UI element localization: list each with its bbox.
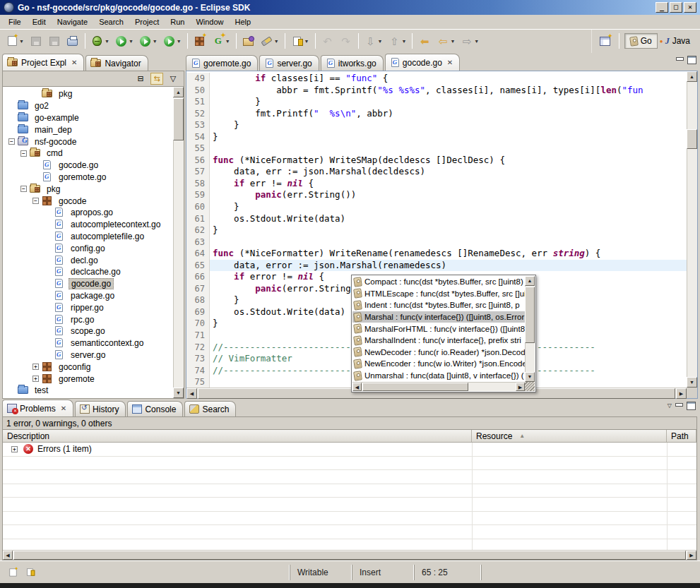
close-tab-icon[interactable]: ✕ <box>447 59 453 66</box>
minimize-view-icon[interactable] <box>675 56 684 64</box>
completion-item[interactable]: HTMLEscape : func(dst *bytes.Buffer, src… <box>352 288 525 300</box>
external-tools-button[interactable]: ▼ <box>161 32 184 49</box>
dropdown-arrow-icon[interactable]: ▼ <box>378 39 383 44</box>
print-button[interactable] <box>64 32 81 49</box>
scroll-thumb[interactable] <box>525 287 535 343</box>
popup-horizontal-scrollbar[interactable]: ◀ ▶ <box>352 382 525 391</box>
perspective-go[interactable]: Go <box>624 33 658 49</box>
next-annotation-button[interactable]: ⇩▼ <box>362 32 385 49</box>
maximize-view-icon[interactable] <box>687 402 696 409</box>
collapse-box-icon[interactable]: − <box>8 138 15 145</box>
maximize-view-icon[interactable] <box>687 56 696 64</box>
back-button[interactable]: ⇦▼ <box>434 32 457 49</box>
tree-item-go2[interactable]: go2 <box>3 100 173 112</box>
code-line-54[interactable]: 54} <box>186 131 687 143</box>
scroll-thumb[interactable] <box>687 129 697 149</box>
completion-item[interactable]: Unmarshal : func(data []uint8, v interfa… <box>352 370 525 382</box>
new-go-package-button[interactable] <box>191 32 208 49</box>
tree-item-gocode-go[interactable]: gocode.go <box>3 160 173 172</box>
run-button[interactable]: ▼ <box>113 32 136 49</box>
tree-item-decl-go[interactable]: decl.go <box>3 254 173 266</box>
scroll-right-arrow[interactable]: ▶ <box>676 388 687 399</box>
tree-item-goremote-go[interactable]: goremote.go <box>3 172 173 184</box>
column-header-description[interactable]: Description <box>3 430 472 442</box>
debug-button[interactable]: ▼ <box>89 32 112 49</box>
column-header-path[interactable]: Path <box>667 430 696 442</box>
completion-item[interactable]: MarshalIndent : func(v interface{}, pref… <box>352 335 525 347</box>
code-line-49[interactable]: 49 if classes[i] == "func" { <box>186 73 687 85</box>
dropdown-arrow-icon[interactable]: ▼ <box>450 39 455 44</box>
menu-search[interactable]: Search <box>93 16 129 28</box>
code-line-63[interactable]: 63 <box>186 236 687 248</box>
dropdown-arrow-icon[interactable]: ▼ <box>401 39 406 44</box>
annotation-trim-icon[interactable] <box>24 567 35 578</box>
forward-button[interactable]: ⇨▼ <box>458 32 481 49</box>
scroll-up-arrow[interactable]: ▲ <box>525 276 535 286</box>
tree-item-semanticcontext-go[interactable]: semanticcontext.go <box>3 337 173 349</box>
tree-item-declcache-go[interactable]: declcache.go <box>3 266 173 278</box>
editor-tab-server-go[interactable]: server.go <box>259 55 319 71</box>
collapse-box-icon[interactable]: − <box>32 198 39 204</box>
code-line-56[interactable]: 56func (*NiceFormatter) WriteSMap(declde… <box>186 155 687 167</box>
menu-project[interactable]: Project <box>129 16 165 28</box>
close-button[interactable]: ✕ <box>684 2 696 13</box>
close-tab-icon[interactable]: ✕ <box>61 404 66 412</box>
dropdown-arrow-icon[interactable]: ▼ <box>129 39 134 44</box>
code-line-55[interactable]: 55 <box>186 143 687 155</box>
problems-row-errors[interactable]: +✕Errors (1 item) <box>3 443 696 457</box>
tree-item-main-dep[interactable]: main_dep <box>3 124 173 136</box>
scroll-thumb[interactable] <box>362 383 468 391</box>
menu-run[interactable]: Run <box>165 16 190 28</box>
dropdown-arrow-icon[interactable]: ▼ <box>153 39 158 44</box>
completion-item[interactable]: NewDecoder : func(r io.Reader) *json.Dec… <box>352 347 525 359</box>
tree-item-scope-go[interactable]: scope.go <box>3 325 173 337</box>
scroll-down-arrow[interactable]: ▼ <box>687 377 697 388</box>
tree-item-ripper-go[interactable]: ripper.go <box>3 301 173 313</box>
collapse-box-icon[interactable]: − <box>20 150 27 157</box>
explorer-tab-navigator[interactable]: Navigator <box>85 55 148 71</box>
open-resource-button[interactable] <box>240 32 257 49</box>
popup-vertical-scrollbar[interactable]: ▲ ▼ <box>525 276 535 382</box>
scroll-thumb[interactable] <box>13 551 686 560</box>
toggle-annotations-button[interactable]: ▼ <box>289 32 312 49</box>
scroll-left-arrow[interactable]: ◀ <box>3 551 13 560</box>
scroll-down-arrow[interactable]: ▼ <box>173 388 184 398</box>
problems-horizontal-scrollbar[interactable]: ◀ ▶ <box>3 550 696 560</box>
collapse-all-icon[interactable]: ⊟ <box>134 73 147 85</box>
explorer-vertical-scrollbar[interactable]: ▲ ▼ <box>173 87 184 398</box>
tree-item-apropos-go[interactable]: apropos.go <box>3 207 173 219</box>
completion-item[interactable]: NewEncoder : func(w io.Writer) *json.Enc… <box>352 358 525 370</box>
tree-item-package-go[interactable]: package.go <box>3 290 173 302</box>
problems-tab-console[interactable]: Console <box>127 401 183 416</box>
code-line-60[interactable]: 60 } <box>186 201 687 213</box>
dropdown-arrow-icon[interactable]: ▼ <box>177 39 182 44</box>
prev-annotation-button[interactable]: ⇧▼ <box>386 32 408 49</box>
editor-tab-itworks-go[interactable]: itworks.go <box>321 55 384 71</box>
tree-item-goremote[interactable]: +goremote <box>3 373 173 385</box>
link-with-editor-icon[interactable]: ⇆ <box>150 73 163 85</box>
dropdown-arrow-icon[interactable]: ▼ <box>225 39 230 44</box>
dropdown-arrow-icon[interactable]: ▼ <box>474 39 479 44</box>
completion-item[interactable]: Marshal : func(v interface{}) ([]uint8, … <box>352 311 525 323</box>
perspective-java[interactable]: JJava <box>660 33 696 49</box>
completion-item[interactable]: MarshalForHTML : func(v interface{}) ([]… <box>352 323 525 335</box>
tree-item-config-go[interactable]: config.go <box>3 242 173 254</box>
last-edit-location-button[interactable]: ⬅ <box>416 32 433 49</box>
run-history-button[interactable]: ▼ <box>137 32 160 49</box>
code-line-50[interactable]: 50 abbr = fmt.Sprintf("%s %s%s", classes… <box>186 85 687 97</box>
tree-item-gocode-go[interactable]: gocode.go <box>3 278 173 290</box>
new-go-element-button[interactable]: G▼ <box>210 32 232 49</box>
editor-vertical-scrollbar[interactable]: ▲ ▼ <box>687 71 697 388</box>
collapse-box-icon[interactable]: − <box>20 186 27 192</box>
dropdown-arrow-icon[interactable]: ▼ <box>274 39 279 44</box>
scroll-down-arrow[interactable]: ▼ <box>525 372 535 382</box>
maximize-button[interactable]: □ <box>670 2 682 13</box>
completion-item[interactable]: Compact : func(dst *bytes.Buffer, src []… <box>352 276 525 288</box>
new-wizard-trim-icon[interactable] <box>7 567 18 578</box>
tree-item-goconfig[interactable]: +goconfig <box>3 361 173 373</box>
code-line-59[interactable]: 59 panic(err.String()) <box>186 189 687 201</box>
new-wizard-button[interactable]: ▼ <box>4 32 26 49</box>
tree-item-go-example[interactable]: go-example <box>3 112 173 124</box>
search-button[interactable]: ▼ <box>259 32 281 49</box>
completion-item[interactable]: Indent : func(dst *bytes.Buffer, src []u… <box>352 299 525 311</box>
